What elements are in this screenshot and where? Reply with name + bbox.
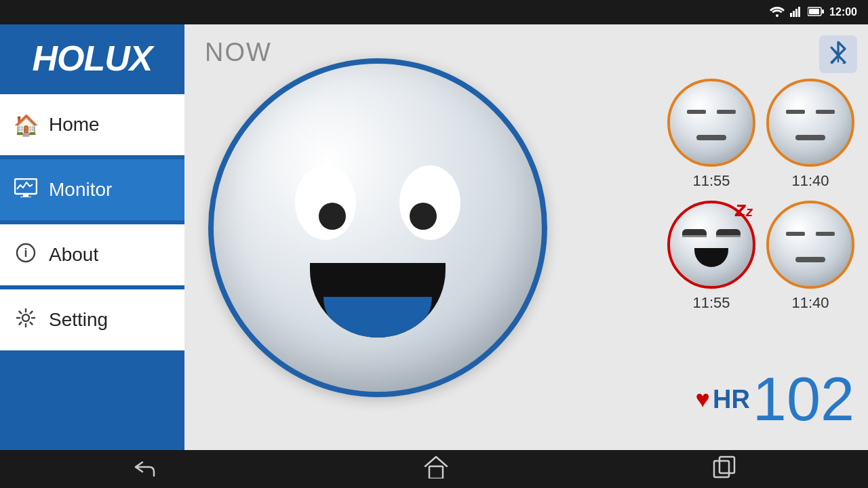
face0-mouth — [696, 135, 726, 140]
sidebar-item-setting[interactable]: Setting — [0, 289, 184, 350]
gear-icon — [14, 308, 38, 333]
sidebar-item-home[interactable]: 🏠 Home — [0, 94, 184, 155]
hr-label: HR — [713, 385, 750, 414]
info-icon: i — [14, 243, 38, 268]
side-faces: 11:55 11:40 — [667, 79, 854, 312]
face-item-3: 11:40 — [766, 201, 854, 312]
logo-area: HOLUX — [0, 24, 184, 92]
face-item-2: zz 11:55 — [667, 201, 755, 312]
bluetooth-icon — [829, 41, 848, 68]
face3-mouth — [795, 257, 825, 262]
status-time: 12:00 — [829, 6, 857, 18]
face-small-2: zz — [667, 201, 755, 289]
sidebar-item-about[interactable]: i About — [0, 224, 184, 285]
svg-rect-1 — [790, 13, 792, 17]
main-mouth-inner — [323, 297, 432, 338]
face-time-1: 11:40 — [791, 172, 829, 190]
home-icon: 🏠 — [14, 113, 38, 137]
recent-button[interactable] — [686, 450, 763, 489]
face2-eye-right — [716, 229, 741, 237]
svg-rect-7 — [809, 9, 819, 14]
face-small-1 — [766, 79, 854, 167]
main-content: NOW — [184, 24, 868, 450]
monitor-icon — [14, 178, 38, 202]
svg-rect-16 — [714, 461, 729, 477]
bluetooth-button[interactable] — [819, 35, 857, 73]
face-time-3: 11:40 — [791, 294, 829, 312]
face1-eye-left — [786, 110, 805, 114]
face-small-3 — [766, 201, 854, 289]
app: HOLUX 🏠 Home Monitor — [0, 24, 868, 450]
status-bar: 12:00 — [0, 0, 868, 24]
logo: HOLUX — [33, 38, 153, 79]
main-eye-left — [295, 165, 356, 240]
face-time-2: 11:55 — [692, 294, 730, 312]
main-pupil-left — [319, 203, 346, 230]
nav-label-monitor: Monitor — [49, 179, 112, 201]
sidebar: HOLUX 🏠 Home Monitor — [0, 24, 184, 450]
svg-rect-10 — [20, 197, 31, 197]
main-pupil-right — [410, 203, 437, 230]
signal-icon — [790, 6, 802, 19]
face1-eye-right — [816, 110, 835, 114]
face3-eye-right — [816, 232, 835, 236]
main-face-circle — [208, 58, 547, 397]
back-button[interactable] — [105, 451, 186, 487]
svg-rect-17 — [719, 457, 734, 473]
face-small-0 — [667, 79, 755, 167]
svg-rect-8 — [15, 179, 37, 194]
face2-zzz: zz — [735, 197, 753, 222]
svg-rect-9 — [23, 194, 28, 197]
main-eye-right — [399, 165, 460, 240]
nav-label-about: About — [49, 244, 98, 266]
face-item-0: 11:55 — [667, 79, 755, 190]
svg-text:i: i — [24, 246, 27, 260]
wifi-icon — [770, 6, 785, 19]
nav-label-home: Home — [49, 114, 100, 136]
svg-rect-3 — [795, 9, 797, 17]
face-time-0: 11:55 — [692, 172, 730, 190]
sidebar-item-monitor[interactable]: Monitor — [0, 159, 184, 220]
face2-mouth — [694, 248, 728, 267]
svg-rect-2 — [793, 11, 795, 17]
svg-point-13 — [22, 314, 29, 321]
face0-eye-right — [717, 110, 736, 114]
home-button[interactable] — [397, 450, 475, 489]
face-item-1: 11:40 — [766, 79, 854, 190]
face0-eye-left — [687, 110, 706, 114]
face2-eye-left — [682, 229, 707, 237]
face1-mouth — [795, 135, 825, 140]
svg-rect-4 — [798, 7, 800, 17]
hr-display: ♥ HR 102 — [696, 369, 854, 430]
face3-eye-left — [786, 232, 805, 236]
svg-point-0 — [776, 14, 778, 17]
nav-bar — [0, 450, 868, 488]
nav-label-setting: Setting — [49, 309, 108, 331]
hr-value: 102 — [753, 369, 854, 430]
battery-icon — [808, 7, 824, 18]
heart-icon: ♥ — [696, 385, 710, 413]
main-mouth — [310, 263, 446, 338]
svg-rect-15 — [429, 466, 443, 479]
svg-rect-6 — [822, 9, 824, 14]
main-face — [198, 45, 557, 411]
